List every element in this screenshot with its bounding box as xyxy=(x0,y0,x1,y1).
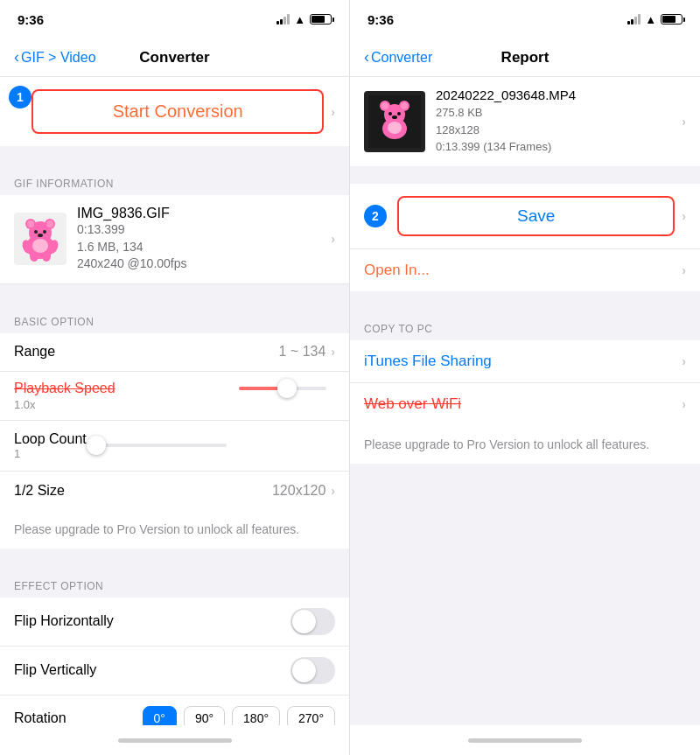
save-card: 2 Save › Open In... › xyxy=(350,184,700,291)
wifi-icon-left: ▲ xyxy=(294,13,305,26)
svg-point-4 xyxy=(27,220,34,227)
flip-v-cell[interactable]: Flip Vertically xyxy=(0,647,349,696)
save-button-cell: 2 Save › xyxy=(350,184,700,248)
nav-bar-right: ‹ Converter Report xyxy=(350,38,700,77)
itunes-chevron: › xyxy=(682,354,686,368)
flip-h-cell[interactable]: Flip Horizontally xyxy=(0,598,349,647)
gif-info-cell[interactable]: IMG_9836.GIF 0:13.399 1.6 MB, 134 240x24… xyxy=(0,195,349,284)
loop-count-cell[interactable]: Loop Count 1 xyxy=(0,421,349,472)
nav-title-left: Converter xyxy=(139,49,209,66)
loop-slider[interactable] xyxy=(87,444,227,447)
flip-h-toggle[interactable] xyxy=(290,608,335,635)
signal-icon-left xyxy=(276,14,290,24)
open-in-cell[interactable]: Open In... › xyxy=(350,248,700,291)
wifi-chevron: › xyxy=(682,397,686,411)
gif-duration: 0:13.399 xyxy=(77,221,320,239)
spacer-3 xyxy=(0,549,349,566)
video-info-cell[interactable]: 20240222_093648.MP4 275.8 KB 128x128 0:1… xyxy=(350,77,700,166)
half-size-value: 120x120 xyxy=(272,483,326,499)
range-cell[interactable]: Range 1 ~ 134 › xyxy=(0,333,349,372)
svg-point-24 xyxy=(388,122,402,134)
svg-point-13 xyxy=(42,251,51,262)
time-right: 9:36 xyxy=(368,12,394,27)
upgrade-notice-basic: Please upgrade to Pro Version to unlock … xyxy=(0,510,349,549)
range-chevron: › xyxy=(331,345,335,359)
half-size-chevron: › xyxy=(331,484,335,498)
spacer-right-1 xyxy=(350,166,700,184)
video-info-card: 20240222_093648.MP4 275.8 KB 128x128 0:1… xyxy=(350,77,700,166)
itunes-cell[interactable]: iTunes File Sharing › xyxy=(350,340,700,382)
rotation-90-button[interactable]: 90° xyxy=(184,706,225,725)
loop-count-label: Loop Count xyxy=(14,431,87,447)
status-bar-right: 9:36 ▲ xyxy=(350,0,700,38)
wifi-icon-right: ▲ xyxy=(645,13,656,26)
range-label: Range xyxy=(14,344,279,360)
wifi-cell[interactable]: Web over WiFi › xyxy=(350,382,700,425)
flip-v-toggle[interactable] xyxy=(290,657,335,684)
loop-slider-thumb[interactable] xyxy=(87,436,106,455)
back-label-right: Converter xyxy=(371,50,432,66)
video-thumbnail xyxy=(364,91,425,152)
start-conversion-container: 1 Start Conversion › xyxy=(0,77,349,146)
rotation-label: Rotation xyxy=(14,710,143,725)
svg-point-12 xyxy=(30,251,38,262)
section-basic: BASIC OPTION xyxy=(0,302,349,333)
back-button-left[interactable]: ‹ GIF > Video xyxy=(14,49,96,66)
effect-option-card: Flip Horizontally Flip Vertically Rotati… xyxy=(0,598,349,725)
svg-point-7 xyxy=(43,230,46,234)
flip-v-toggle-thumb xyxy=(292,659,316,682)
playback-speed-value: 1.0x xyxy=(14,398,335,411)
basic-option-card: Range 1 ~ 134 › Playback Speed 1.0x xyxy=(0,333,349,510)
gif-filename: IMG_9836.GIF xyxy=(77,206,320,221)
home-indicator-right xyxy=(350,725,700,755)
battery-icon-right xyxy=(661,14,682,24)
video-chevron: › xyxy=(682,115,686,129)
open-in-label: Open In... xyxy=(364,262,682,279)
playback-speed-cell[interactable]: Playback Speed 1.0x xyxy=(0,372,349,421)
video-dimensions: 128x128 xyxy=(436,122,671,139)
time-left: 9:36 xyxy=(18,12,44,27)
status-icons-left: ▲ xyxy=(276,13,332,26)
svg-point-8 xyxy=(38,234,43,237)
rotation-270-button[interactable]: 270° xyxy=(287,706,335,725)
spacer-1 xyxy=(0,146,349,164)
slider-thumb[interactable] xyxy=(277,379,297,398)
signal-icon-right xyxy=(627,14,640,24)
svg-point-6 xyxy=(34,230,38,234)
bear-image xyxy=(17,215,64,262)
gif-details: IMG_9836.GIF 0:13.399 1.6 MB, 134 240x24… xyxy=(77,206,320,273)
svg-point-23 xyxy=(392,115,397,119)
rotation-0-button[interactable]: 0° xyxy=(143,706,177,725)
left-content: 1 Start Conversion › GIF INFORMATION xyxy=(0,77,349,725)
video-details: 20240222_093648.MP4 275.8 KB 128x128 0:1… xyxy=(436,87,671,156)
spacer-right-2 xyxy=(350,291,700,309)
half-size-cell[interactable]: 1/2 Size 120x120 › xyxy=(0,472,349,510)
gif-info-card: IMG_9836.GIF 0:13.399 1.6 MB, 134 240x24… xyxy=(0,195,349,284)
status-bar-left: 9:36 ▲ xyxy=(0,0,349,38)
playback-slider[interactable] xyxy=(239,387,326,390)
spacer-2 xyxy=(0,284,349,302)
conversion-chevron: › xyxy=(331,105,335,119)
flip-h-label: Flip Horizontally xyxy=(14,613,290,629)
gif-dimensions: 240x240 @10.00fps xyxy=(77,255,320,273)
svg-point-19 xyxy=(382,102,388,109)
gif-chevron: › xyxy=(331,232,335,246)
open-in-chevron: › xyxy=(682,263,686,277)
svg-point-5 xyxy=(46,220,53,227)
loop-slider-track xyxy=(87,444,227,447)
rotation-180-button[interactable]: 180° xyxy=(232,706,280,725)
home-bar-left xyxy=(118,738,232,743)
section-gif-info: GIF INFORMATION xyxy=(0,164,349,195)
save-button[interactable]: Save xyxy=(397,196,675,236)
chevron-left-icon-right: ‹ xyxy=(364,48,369,66)
right-content: 20240222_093648.MP4 275.8 KB 128x128 0:1… xyxy=(350,77,700,725)
back-button-right[interactable]: ‹ Converter xyxy=(364,49,432,66)
back-label-left: GIF > Video xyxy=(21,50,96,66)
wifi-label: Web over WiFi xyxy=(364,395,682,413)
flip-h-toggle-thumb xyxy=(292,610,316,633)
itunes-label: iTunes File Sharing xyxy=(364,353,682,370)
loop-count-info: Loop Count 1 xyxy=(14,431,87,460)
flip-v-label: Flip Vertically xyxy=(14,662,290,678)
start-conversion-button[interactable]: Start Conversion xyxy=(32,89,324,134)
right-panel: 9:36 ▲ ‹ Converter Report xyxy=(350,0,700,755)
